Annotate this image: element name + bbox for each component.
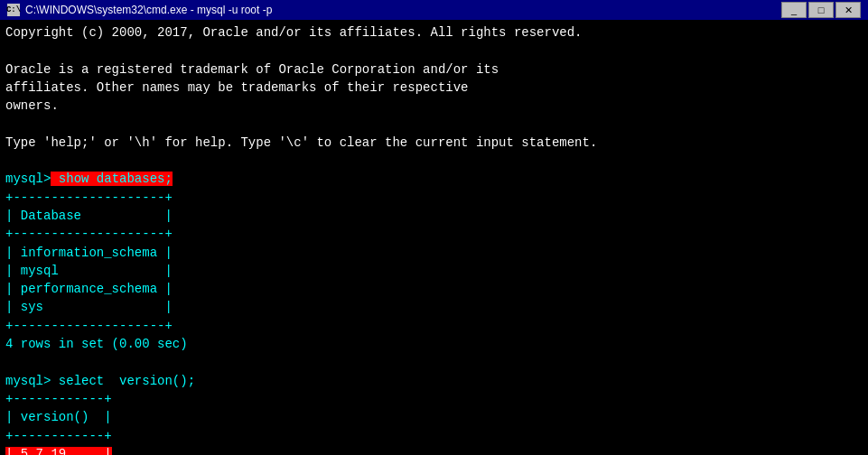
table-header2: | version() | bbox=[5, 410, 112, 424]
blank-line1 bbox=[5, 43, 13, 58]
table-row1: | information_schema | bbox=[5, 246, 173, 260]
table-row4: | sys | bbox=[5, 300, 173, 314]
table-border5: +------------+ bbox=[5, 429, 112, 443]
command1-highlighted: show databases; bbox=[51, 172, 172, 186]
prompt1: mysql> bbox=[5, 172, 51, 186]
table-border1: +--------------------+ bbox=[5, 190, 173, 205]
trademark-line1: Oracle is a registered trademark of Orac… bbox=[5, 62, 499, 77]
title-bar: C:\ C:\WINDOWS\system32\cmd.exe - mysql … bbox=[0, 0, 868, 20]
copyright-line: Copyright (c) 2000, 2017, Oracle and/or … bbox=[5, 25, 583, 40]
table-row2: | mysql | bbox=[5, 264, 173, 278]
table-header: | Database | bbox=[5, 209, 173, 223]
table-row-version: | 5.7.19 | bbox=[5, 447, 112, 455]
terminal: Copyright (c) 2000, 2017, Oracle and/or … bbox=[0, 20, 868, 455]
cmd-icon: C:\ bbox=[7, 4, 20, 16]
close-button[interactable]: ✕ bbox=[835, 2, 861, 18]
blank-line4 bbox=[5, 355, 13, 369]
title-bar-controls: _ □ ✕ bbox=[781, 2, 861, 18]
result1: 4 rows in set (0.00 sec) bbox=[5, 337, 188, 351]
table-border3: +--------------------+ bbox=[5, 319, 173, 333]
trademark-line3: owners. bbox=[5, 98, 59, 113]
maximize-button[interactable]: □ bbox=[808, 2, 834, 18]
blank-line3 bbox=[5, 153, 13, 168]
prompt2: mysql> bbox=[5, 374, 51, 388]
title-bar-text: C:\WINDOWS\system32\cmd.exe - mysql -u r… bbox=[25, 4, 272, 16]
table-row3: | performance_schema | bbox=[5, 282, 173, 296]
trademark-line2: affiliates. Other names may be trademark… bbox=[5, 80, 468, 95]
command2: select version(); bbox=[51, 374, 195, 388]
title-bar-left: C:\ C:\WINDOWS\system32\cmd.exe - mysql … bbox=[7, 4, 272, 16]
blank-line2 bbox=[5, 116, 13, 131]
help-line: Type 'help;' or '\h' for help. Type '\c'… bbox=[5, 135, 597, 150]
table-border4: +------------+ bbox=[5, 392, 112, 406]
minimize-button[interactable]: _ bbox=[781, 2, 807, 18]
table-border2: +--------------------+ bbox=[5, 227, 173, 241]
window: C:\ C:\WINDOWS\system32\cmd.exe - mysql … bbox=[0, 0, 868, 455]
terminal-content: Copyright (c) 2000, 2017, Oracle and/or … bbox=[5, 23, 863, 455]
